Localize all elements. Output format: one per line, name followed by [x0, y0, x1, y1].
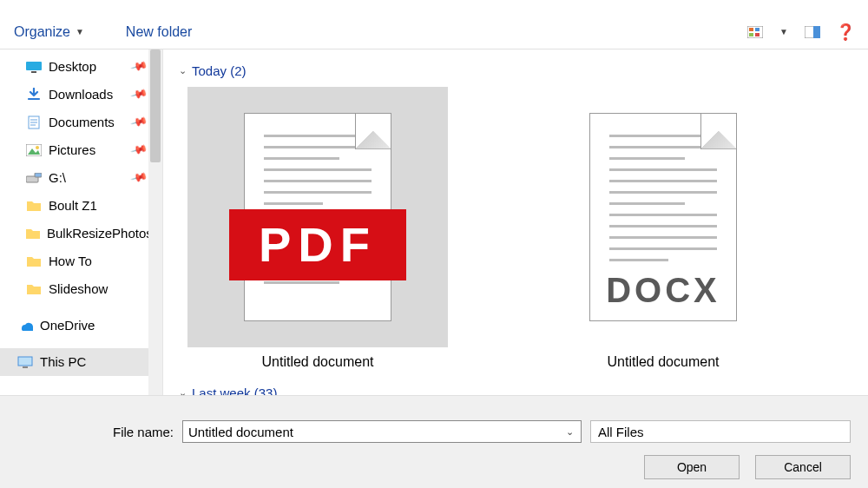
svg-rect-19 [23, 366, 28, 368]
download-icon [26, 88, 42, 102]
file-name-label: Untitled document [533, 354, 793, 370]
file-list-pane[interactable]: ⌄ Today (2) PDF Untitled document [163, 49, 868, 395]
dropdown-icon[interactable]: ⌄ [560, 423, 579, 440]
pdf-file-icon: PDF [244, 113, 391, 321]
sidebar-item-pictures[interactable]: Pictures 📌 [0, 136, 149, 164]
svg-rect-7 [26, 62, 42, 70]
sidebar-item-documents[interactable]: Documents 📌 [0, 109, 149, 136]
bottom-panel: File name: Untitled document ⌄ All Files… [0, 395, 868, 488]
sidebar-item-downloads[interactable]: Downloads 📌 [0, 81, 149, 109]
filename-label: File name: [17, 425, 174, 439]
view-dropdown-icon[interactable]: ▼ [779, 27, 788, 36]
preview-pane-icon[interactable] [804, 25, 821, 39]
sidebar-item-boult[interactable]: Boult Z1 [0, 192, 149, 220]
new-folder-button[interactable]: New folder [126, 24, 192, 40]
sidebar-item-bulkresize[interactable]: BulkResizePhotos [0, 220, 149, 247]
group-today[interactable]: ⌄ Today (2) [179, 63, 852, 78]
drive-icon [26, 171, 42, 185]
sidebar-item-desktop[interactable]: Desktop 📌 [0, 53, 149, 81]
svg-rect-18 [18, 357, 32, 366]
svg-rect-17 [35, 173, 42, 177]
group-lastweek[interactable]: ⌄ Last week (33) [179, 386, 852, 395]
svg-point-15 [36, 146, 39, 149]
address-bar-row [0, 0, 868, 15]
pin-icon: 📌 [129, 141, 148, 159]
chevron-down-icon: ⌄ [179, 65, 187, 76]
body: Desktop 📌 Downloads 📌 Documents 📌 Pictur… [0, 49, 868, 395]
folder-icon [26, 199, 42, 213]
file-type-filter[interactable]: All Files [590, 420, 851, 443]
open-file-dialog: Organize ▼ New folder ▼ ❓ Desktop 📌 [0, 0, 868, 488]
filename-input[interactable]: Untitled document ⌄ [182, 420, 582, 443]
pin-icon: 📌 [129, 57, 148, 76]
sidebar-item-onedrive[interactable]: OneDrive [0, 312, 149, 340]
pin-icon: 📌 [129, 168, 148, 187]
thispc-icon [17, 355, 33, 369]
docx-file-icon: DOCX [589, 113, 737, 321]
file-name-label: Untitled document [187, 354, 448, 370]
view-options-icon[interactable] [746, 25, 764, 39]
file-tile-docx[interactable]: DOCX Untitled document [533, 87, 793, 370]
document-icon [26, 115, 42, 129]
pictures-icon [26, 143, 42, 157]
toolbar: Organize ▼ New folder ▼ ❓ [0, 15, 868, 48]
navigation-pane: Desktop 📌 Downloads 📌 Documents 📌 Pictur… [0, 49, 163, 395]
organize-menu[interactable]: Organize ▼ [14, 24, 84, 40]
folder-icon [26, 254, 42, 268]
svg-rect-6 [813, 26, 820, 38]
svg-rect-8 [31, 71, 36, 73]
file-tile-pdf[interactable]: PDF Untitled document [187, 87, 448, 370]
svg-rect-2 [755, 28, 760, 31]
help-icon[interactable]: ❓ [837, 25, 854, 39]
desktop-icon [26, 60, 42, 74]
folder-icon [26, 227, 40, 241]
svg-rect-4 [755, 33, 760, 36]
sidebar-item-howto[interactable]: How To [0, 247, 149, 275]
sidebar-item-slideshow[interactable]: Slideshow [0, 275, 149, 303]
sidebar-scrollbar[interactable] [148, 49, 162, 395]
pin-icon: 📌 [129, 113, 148, 131]
cancel-button[interactable]: Cancel [755, 455, 851, 479]
svg-rect-3 [749, 33, 753, 36]
pin-icon: 📌 [129, 85, 148, 103]
open-button[interactable]: Open [644, 455, 740, 479]
dropdown-icon: ▼ [76, 27, 84, 36]
chevron-down-icon: ⌄ [179, 387, 187, 395]
folder-icon [26, 282, 42, 296]
organize-label: Organize [14, 24, 70, 40]
scrollbar-thumb[interactable] [150, 49, 161, 162]
sidebar-item-g-drive[interactable]: G:\ 📌 [0, 164, 149, 192]
sidebar-item-thispc[interactable]: This PC [0, 348, 149, 376]
onedrive-icon [17, 319, 33, 333]
svg-rect-1 [749, 28, 753, 31]
